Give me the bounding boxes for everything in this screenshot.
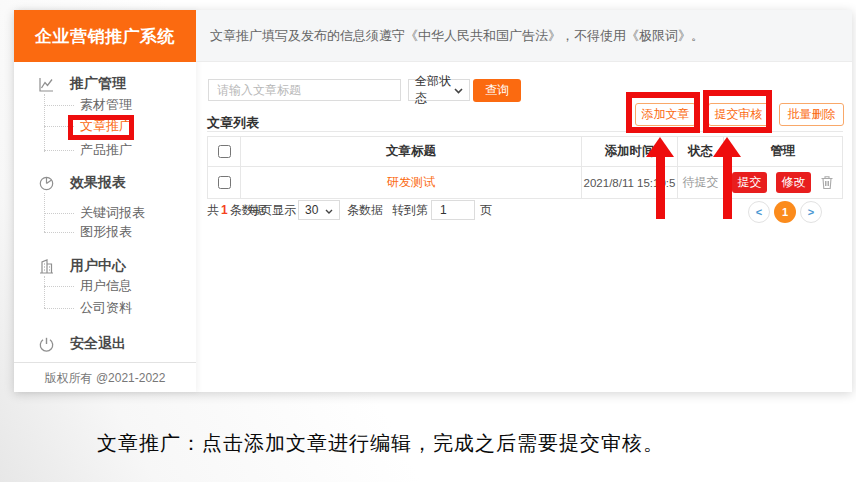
highlight-box-submit-review <box>703 90 772 133</box>
sidebar-group-label: 推广管理 <box>70 75 126 93</box>
row-modify-button[interactable]: 修改 <box>776 172 811 193</box>
sidebar-item-label: 公司资料 <box>80 299 132 317</box>
tree-line <box>44 286 74 287</box>
sidebar-item-material[interactable]: 素材管理 <box>80 96 132 114</box>
tree-line <box>44 94 45 152</box>
power-icon <box>38 336 55 353</box>
row-select-cell <box>208 167 241 198</box>
query-button[interactable]: 查询 <box>473 79 521 102</box>
highlight-box-add-article <box>626 92 700 133</box>
chevron-down-icon <box>325 203 333 217</box>
total-prefix: 共 <box>207 202 219 219</box>
sidebar-item-label: 图形报表 <box>80 223 132 241</box>
select-all-cell <box>208 137 241 166</box>
tree-line <box>44 276 45 308</box>
tutorial-slide: 企业营销推广系统 推广管理 素材管理 文章推广 产品推广 效果报表 <box>0 0 856 482</box>
per-page-suffix: 条数据 <box>347 200 383 220</box>
highlight-box-article-nav <box>68 115 134 140</box>
annotation-arrow-up-add <box>646 137 674 219</box>
tree-line <box>44 105 74 106</box>
tree-line <box>44 213 74 214</box>
status-filter-value: 全部状态 <box>415 73 454 107</box>
sidebar-group-label: 效果报表 <box>70 174 126 192</box>
sidebar: 企业营销推广系统 推广管理 素材管理 文章推广 产品推广 效果报表 <box>14 10 196 392</box>
row-checkbox[interactable] <box>218 176 231 189</box>
article-title-link[interactable]: 研发测试 <box>387 174 435 191</box>
per-page-value: 30 <box>305 203 318 217</box>
section-title: 文章列表 <box>207 114 259 132</box>
goto-suffix: 页 <box>480 200 492 220</box>
next-page-button[interactable]: > <box>800 201 822 223</box>
per-page-select[interactable]: 30 <box>298 200 340 220</box>
batch-delete-button[interactable]: 批量删除 <box>779 103 844 126</box>
table-row: 研发测试 2021/8/11 15:10:5 待提交 提交 修改 <box>208 166 842 198</box>
caption-text: 文章推广：点击添加文章进行编辑，完成之后需要提交审核。 <box>97 430 664 457</box>
sidebar-group-label: 安全退出 <box>70 335 126 353</box>
arrow-stem <box>723 157 732 219</box>
sidebar-item-label: 产品推广 <box>80 141 132 159</box>
chevron-down-icon <box>454 83 463 97</box>
sidebar-item-user-info[interactable]: 用户信息 <box>80 277 132 295</box>
sidebar-group-reports[interactable]: 效果报表 <box>38 174 126 192</box>
header-title: 文章标题 <box>241 137 582 166</box>
building-icon <box>38 258 55 275</box>
sidebar-item-label: 关键词报表 <box>80 204 145 222</box>
sidebar-group-label: 用户中心 <box>70 257 126 275</box>
trash-icon[interactable] <box>820 175 834 190</box>
goto-page-input[interactable] <box>431 200 475 220</box>
annotation-arrow-up-submit <box>713 137 741 219</box>
sidebar-group-logout[interactable]: 安全退出 <box>38 335 126 353</box>
sidebar-item-product[interactable]: 产品推广 <box>80 141 132 159</box>
notice-text: 文章推广填写及发布的信息须遵守《中华人民共和国广告法》，不得使用《极限词》。 <box>210 27 704 45</box>
header-manage: 管理 <box>724 137 842 166</box>
goto-label: 转到第 <box>392 200 428 220</box>
arrow-head <box>713 137 741 157</box>
status-filter-select[interactable]: 全部状态 <box>408 79 470 101</box>
sidebar-item-graph-report[interactable]: 图形报表 <box>80 223 132 241</box>
select-all-checkbox[interactable] <box>218 145 231 158</box>
page-1-button[interactable]: 1 <box>774 201 796 223</box>
tree-line <box>44 308 74 309</box>
total-count: 1 <box>219 203 230 217</box>
search-input[interactable] <box>208 79 401 101</box>
sidebar-item-company-info[interactable]: 公司资料 <box>80 299 132 317</box>
pie-chart-icon <box>38 175 55 192</box>
line-chart-icon <box>38 76 55 93</box>
article-table: 文章标题 添加时间 状态 管理 研发测试 2021/8/11 15:10:5 待… <box>207 136 843 199</box>
app-title: 企业营销推广系统 <box>14 10 196 62</box>
tree-line <box>44 150 74 151</box>
arrow-stem <box>656 157 665 219</box>
table-header-row: 文章标题 添加时间 状态 管理 <box>208 137 842 166</box>
sidebar-group-user-center[interactable]: 用户中心 <box>38 257 126 275</box>
sidebar-item-label: 素材管理 <box>80 96 132 114</box>
copyright-text: 版权所有 @2021-2022 <box>14 370 196 387</box>
tree-line <box>44 232 74 233</box>
notice-bar: 文章推广填写及发布的信息须遵守《中华人民共和国广告法》，不得使用《极限词》。 <box>196 10 852 62</box>
arrow-head <box>646 137 674 157</box>
per-page-label: 每页显示 <box>248 200 296 220</box>
sidebar-divider <box>14 362 196 363</box>
sidebar-group-promotion[interactable]: 推广管理 <box>38 75 126 93</box>
prev-page-button[interactable]: < <box>748 201 770 223</box>
sidebar-item-label: 用户信息 <box>80 277 132 295</box>
sidebar-item-keyword-report[interactable]: 关键词报表 <box>80 204 145 222</box>
